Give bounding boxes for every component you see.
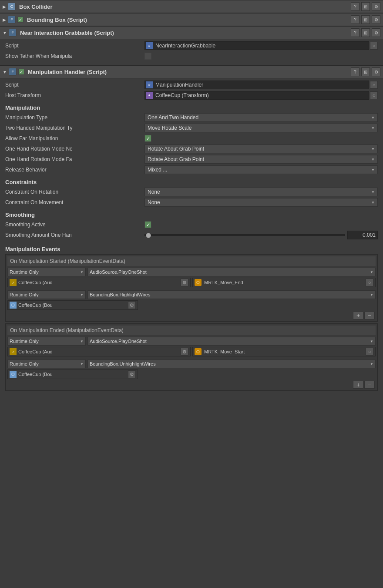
component-icon: C xyxy=(8,3,16,10)
started-function-2-label: BoundingBox.HighlightWires xyxy=(90,292,150,297)
near-interaction-script-label: Script xyxy=(5,43,144,49)
release-behavior-dropdown[interactable]: Mixed ... ▼ xyxy=(144,165,378,174)
started-add-button[interactable]: + xyxy=(353,312,363,319)
box-collider-help-icon[interactable]: ? xyxy=(351,2,359,11)
ended-object-label-2: CoffeeCup (Bou xyxy=(18,372,125,377)
manipulation-handler-header: ▼ # ✓ Manipulation Handler (Script) ? ⊞ … xyxy=(0,65,383,78)
started-ref-label-1: MRTK_Move_End xyxy=(204,280,363,285)
ended-object-row-1: ♪ CoffeeCup (Aud ⚙ ⬡ MRTK_Move_Start ○ xyxy=(7,347,376,356)
near-interaction-script-row: Script # NearInteractionGrabbable ○ xyxy=(5,41,378,50)
smoothing-active-row: Smoothing Active ✓ xyxy=(5,220,378,229)
ended-add-remove-bar: + − xyxy=(7,381,376,389)
bounding-box-header: ▶ # ✓ Bounding Box (Script) ? ⊞ ⚙ xyxy=(0,13,383,26)
slider-value[interactable]: 0.001 xyxy=(347,231,378,239)
ended-function-2-dropdown[interactable]: BoundingBox.UnhighlightWires ▼ xyxy=(87,360,376,368)
box-collider-expand-icon[interactable]: ⊞ xyxy=(361,2,370,11)
manipulation-handler-help-icon[interactable]: ? xyxy=(351,67,359,76)
manipulation-type-dropdown[interactable]: One And Two Handed ▼ xyxy=(144,113,378,122)
started-object-ref-1: ♪ CoffeeCup (Aud ⚙ xyxy=(7,278,191,287)
near-interaction-expand-icon[interactable]: ⊞ xyxy=(361,28,370,37)
mh-script-icon: # xyxy=(146,81,153,88)
show-tether-checkbox[interactable] xyxy=(144,53,151,60)
box-collider-gear-icon[interactable]: ⚙ xyxy=(372,2,380,11)
script-icon: # xyxy=(9,68,17,76)
started-runtime-2-label: Runtime Only xyxy=(10,292,39,297)
one-hand-far-dropdown[interactable]: Rotate About Grab Point ▼ xyxy=(144,155,378,164)
ended-runtime-1-label: Runtime Only xyxy=(10,339,39,344)
one-hand-near-label: One Hand Rotation Mode Ne xyxy=(5,146,144,152)
smoothing-amount-slider[interactable]: 0.001 xyxy=(144,231,378,239)
checkbox[interactable]: ✓ xyxy=(17,17,24,23)
smoothing-active-checkbox[interactable]: ✓ xyxy=(144,221,151,228)
started-runtime-2-dropdown[interactable]: Runtime Only ▼ xyxy=(7,290,86,299)
near-interaction-help-icon[interactable]: ? xyxy=(351,28,359,37)
allow-far-manipulation-row: Allow Far Manipulation ✓ xyxy=(5,134,378,143)
smoothing-section-title: Smoothing xyxy=(5,212,378,218)
mh-host-transform-gear[interactable]: ○ xyxy=(370,91,378,99)
started-function-2-dropdown[interactable]: BoundingBox.HighlightWires ▼ xyxy=(87,290,376,299)
started-add-remove-bar: + − xyxy=(7,312,376,319)
constraint-movement-row: Constraint On Movement None ▼ xyxy=(5,198,378,207)
expand-arrow[interactable]: ▼ xyxy=(3,70,7,74)
ended-remove-button[interactable]: − xyxy=(364,381,375,389)
one-hand-far-row: One Hand Rotation Mode Fa Rotate About G… xyxy=(5,155,378,164)
started-object-gear-2[interactable]: ⚙ xyxy=(128,301,136,309)
dropdown-arrow-icon: ▼ xyxy=(371,201,375,205)
ended-row-1: Runtime Only ▼ AudioSource.PlayOneShot ▼ xyxy=(7,337,376,346)
ended-runtime-1-dropdown[interactable]: Runtime Only ▼ xyxy=(7,337,86,346)
one-hand-near-row: One Hand Rotation Mode Ne Rotate About G… xyxy=(5,144,378,154)
started-object-gear-1[interactable]: ⚙ xyxy=(181,279,188,286)
ended-object-gear-1[interactable]: ⚙ xyxy=(181,348,188,356)
near-interaction-content: Script # NearInteractionGrabbable ○ Show… xyxy=(0,39,383,65)
expand-arrow[interactable]: ▶ xyxy=(3,4,6,9)
dropdown-arrow-icon: ▼ xyxy=(80,293,84,297)
constraint-movement-dropdown[interactable]: None ▼ xyxy=(144,198,378,207)
bounding-box-help-icon[interactable]: ? xyxy=(351,15,359,24)
started-function-1-dropdown[interactable]: AudioSource.PlayOneShot ▼ xyxy=(87,268,376,276)
dropdown-arrow-icon: ▼ xyxy=(370,293,373,297)
ended-function-1-dropdown[interactable]: AudioSource.PlayOneShot ▼ xyxy=(87,337,376,346)
ended-function-1-label: AudioSource.PlayOneShot xyxy=(90,339,147,344)
manipulation-handler-title: Manipulation Handler (Script) xyxy=(28,69,351,75)
ended-runtime-2-dropdown[interactable]: Runtime Only ▼ xyxy=(7,360,86,368)
ended-add-button[interactable]: + xyxy=(353,381,363,389)
near-interaction-header: ▼ # Near Interaction Grabbable (Script) … xyxy=(0,26,383,39)
mh-script-gear[interactable]: ○ xyxy=(370,81,378,89)
manipulation-handler-gear-icon[interactable]: ⚙ xyxy=(372,67,380,76)
bounding-box-expand-icon[interactable]: ⊞ xyxy=(361,15,370,24)
manipulation-handler-expand-icon[interactable]: ⊞ xyxy=(361,67,370,76)
ended-ref-gear-1[interactable]: ○ xyxy=(366,348,373,356)
constraint-rotation-dropdown[interactable]: None ▼ xyxy=(144,188,378,196)
bounding-box-gear-icon[interactable]: ⚙ xyxy=(372,15,380,24)
started-object-ref-2: ⬡ CoffeeCup (Bou ⚙ xyxy=(7,300,138,310)
transform-icon: ✦ xyxy=(146,92,153,99)
started-object-row-1: ♪ CoffeeCup (Aud ⚙ ⬡ MRTK_Move_End ○ xyxy=(7,278,376,287)
two-handed-type-dropdown[interactable]: Move Rotate Scale ▼ xyxy=(144,124,378,132)
started-remove-button[interactable]: − xyxy=(364,312,375,319)
dropdown-arrow-icon: ▼ xyxy=(370,339,373,343)
started-ref-gear-1[interactable]: ○ xyxy=(366,279,373,286)
expand-arrow[interactable]: ▶ xyxy=(3,17,6,22)
show-tether-label: Show Tether When Manipula xyxy=(5,53,144,59)
near-interaction-gear-icon[interactable]: ⚙ xyxy=(372,28,380,37)
started-runtime-1-dropdown[interactable]: Runtime Only ▼ xyxy=(7,268,86,276)
one-hand-near-dropdown[interactable]: Rotate About Grab Point ▼ xyxy=(144,144,378,153)
slider-track[interactable] xyxy=(144,234,345,236)
checkbox[interactable]: ✓ xyxy=(18,69,24,75)
constraint-rotation-row: Constraint On Rotation None ▼ xyxy=(5,187,378,197)
near-interaction-script-gear[interactable]: ○ xyxy=(370,42,378,50)
manipulation-type-row: Manipulation Type One And Two Handed ▼ xyxy=(5,113,378,122)
dropdown-arrow-icon: ▼ xyxy=(371,190,375,194)
allow-far-manipulation-label: Allow Far Manipulation xyxy=(5,135,144,141)
expand-arrow[interactable]: ▼ xyxy=(3,30,7,35)
near-interaction-script-value: # NearInteractionGrabbable xyxy=(144,41,369,50)
dropdown-arrow-icon: ▼ xyxy=(371,147,375,151)
two-handed-type-label: Two Handed Manipulation Ty xyxy=(5,125,144,131)
slider-thumb[interactable] xyxy=(146,233,151,238)
ended-object-ref-1: ♪ CoffeeCup (Aud ⚙ xyxy=(7,347,191,356)
manipulation-ended-section: On Manipulation Ended (ManipulationEvent… xyxy=(5,323,378,391)
allow-far-manipulation-checkbox[interactable]: ✓ xyxy=(144,135,151,142)
ended-object-gear-2[interactable]: ⚙ xyxy=(128,370,136,378)
started-function-1-label: AudioSource.PlayOneShot xyxy=(90,269,147,275)
dropdown-arrow-icon: ▼ xyxy=(370,362,373,366)
